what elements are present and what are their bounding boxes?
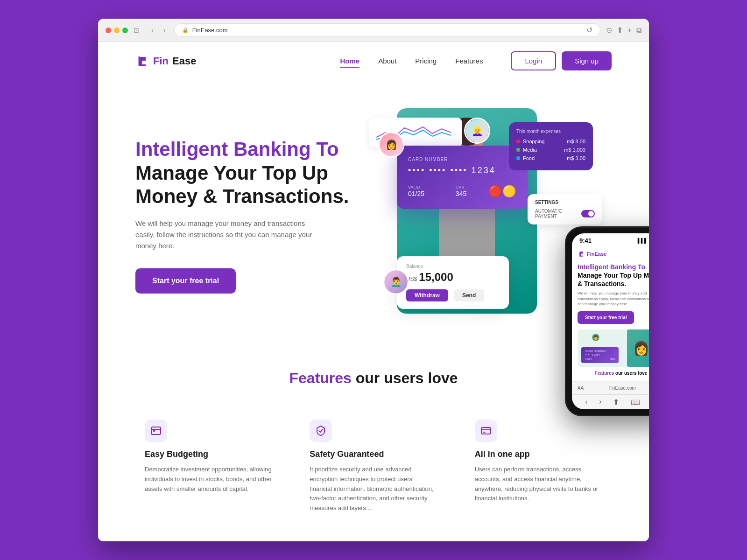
credit-card: CARD NUMBER •••• •••• •••• 1234 VALID 01…: [397, 146, 528, 209]
tabs-icon[interactable]: ⧉: [636, 26, 641, 35]
website-content: FinEase Home About Pricing Features Logi…: [98, 42, 649, 541]
card-number-label: CARD NUMBER: [408, 157, 516, 162]
expense-item-1: Shopping m$ 8.00: [516, 139, 585, 144]
feature-name-budgeting: Easy Budgeting: [145, 449, 272, 459]
balance-card: Balance US$ 15,000 Withdraw Send: [397, 256, 509, 309]
phone-navbar: FinEase ≡: [578, 250, 649, 258]
nav-home[interactable]: Home: [340, 57, 359, 65]
expense-amount-3: m$ 3.00: [567, 155, 585, 161]
phone-back-icon[interactable]: ‹: [585, 398, 587, 406]
expense-dot-1: [516, 140, 520, 143]
settings-row: AUTOMATIC PAYMENT: [535, 209, 595, 219]
hero-description: We will help you manage your money and t…: [135, 218, 313, 252]
toggle-switch[interactable]: [581, 210, 595, 217]
valid-label: VALID: [408, 185, 424, 189]
tab-icon: ⊡: [134, 27, 139, 34]
phone-forward-icon[interactable]: ›: [599, 398, 601, 406]
phone-content: FinEase ≡ Intelligent Banking To Manage …: [572, 246, 649, 381]
card-valid-field: VALID 01/25: [408, 185, 424, 198]
navbar: FinEase Home About Pricing Features Logi…: [98, 42, 649, 80]
nav-buttons: Login Sign up: [511, 51, 612, 70]
reload-button[interactable]: ↺: [586, 26, 592, 35]
feature-desc-budgeting: Democratize investment opportunities, al…: [145, 465, 272, 494]
feature-icon-budgeting: [145, 420, 167, 442]
signup-button[interactable]: Sign up: [562, 51, 612, 70]
nav-about[interactable]: About: [378, 57, 396, 65]
nav-features-link[interactable]: Features: [455, 57, 483, 65]
nav-features[interactable]: Features: [455, 57, 483, 65]
phone-logo-icon: [578, 250, 585, 258]
nav-about-link[interactable]: About: [378, 57, 396, 65]
nav-controls: ‹ ›: [148, 25, 169, 35]
expense-card: This month expenses Shopping m$ 8.00 Med…: [509, 122, 593, 170]
feature-card-allinone: All in one app Users can perform transac…: [465, 410, 612, 523]
feature-desc-allinone: Users can perform transactions, access a…: [475, 465, 602, 504]
withdraw-button[interactable]: Withdraw: [406, 289, 448, 301]
nav-home-link[interactable]: Home: [340, 57, 359, 68]
card-bottom: VALID 01/25 CVV 345 🔴🟡: [408, 185, 516, 198]
url-text: FinEase.com: [192, 27, 228, 34]
avatar-2: 👱‍♀️: [464, 118, 490, 144]
expense-name-2: Media: [516, 147, 537, 153]
logo: FinEase: [135, 54, 196, 68]
back-button[interactable]: ‹: [148, 25, 156, 35]
phone-bookmarks-icon[interactable]: 📖: [631, 398, 640, 406]
expense-name-3: Food: [516, 155, 535, 161]
tab-area: ⊡: [134, 27, 139, 34]
avatar-1: 👩: [378, 132, 404, 158]
cta-button[interactable]: Start your free trial: [135, 268, 236, 294]
expense-amount-1: m$ 8.00: [567, 139, 585, 144]
expense-amount-2: m$ 1,000: [564, 147, 585, 153]
features-grid: Easy Budgeting Democratize investment op…: [135, 410, 612, 523]
close-button[interactable]: [106, 28, 111, 33]
balance-actions: Withdraw Send: [406, 289, 500, 301]
mastercard-icon: 🔴🟡: [488, 185, 516, 198]
phone-mini-person: 👩: [627, 329, 649, 367]
browser-window: ⊡ ‹ › 🔒 FinEase.com ↺ ⊙ ⬆ + ⧉: [98, 19, 649, 541]
phone-logo-row: FinEase: [578, 250, 606, 258]
svg-rect-4: [481, 427, 491, 434]
phone-mini-avatar-1: 👩: [592, 333, 600, 342]
card-cvv-field: CVV 345: [456, 185, 466, 198]
address-bar[interactable]: 🔒 FinEase.com ↺: [174, 23, 600, 37]
share-icon[interactable]: ⊙: [606, 26, 612, 35]
phone-status-icons: ▌▌▌ 📶 🔋: [638, 238, 649, 243]
feature-card-budgeting: Easy Budgeting Democratize investment op…: [135, 410, 282, 523]
browser-toolbar: ⊡ ‹ › 🔒 FinEase.com ↺ ⊙ ⬆ + ⧉: [98, 19, 649, 42]
logo-ease: Ease: [172, 55, 196, 67]
phone-time: 9:41: [579, 237, 592, 244]
balance-label: Balance: [406, 264, 500, 269]
upload-icon[interactable]: ⬆: [617, 26, 623, 35]
phone-share-icon[interactable]: ⬆: [613, 398, 619, 406]
phone-cta-button[interactable]: Start your free trial: [578, 311, 634, 324]
minimize-button[interactable]: [114, 28, 120, 33]
features-title-purple: Features: [289, 370, 351, 386]
nav-pricing[interactable]: Pricing: [415, 57, 437, 65]
feature-name-allinone: All in one app: [475, 449, 602, 459]
login-button[interactable]: Login: [511, 51, 556, 70]
forward-button[interactable]: ›: [160, 25, 168, 35]
maximize-button[interactable]: [122, 28, 128, 33]
phone-text-size: AA: [578, 385, 584, 391]
phone-mini-valid: 01/25: [585, 358, 592, 361]
phone-hero-title: Intelligent Banking To Manage Your Top U…: [578, 263, 649, 288]
logo-icon: [135, 54, 149, 68]
add-tab-icon[interactable]: +: [627, 26, 632, 35]
feature-card-safety: Safety Guaranteed It prioritize security…: [300, 410, 446, 523]
nav-pricing-link[interactable]: Pricing: [415, 57, 437, 65]
send-button[interactable]: Send: [454, 289, 484, 301]
expense-name-1: Shopping: [516, 139, 545, 144]
nav-links: Home About Pricing Features: [340, 57, 483, 65]
hero-title-line2: Manage Your Top Up: [135, 162, 328, 184]
logo-fin: Fin: [153, 55, 169, 67]
balance-amount: 15,000: [419, 271, 453, 284]
expense-item-2: Media m$ 1,000: [516, 147, 585, 153]
svg-rect-6: [483, 432, 486, 433]
phone-hero-rest: Manage Your Top Up Money & Transactions.: [578, 272, 649, 287]
phone-hero-img: CARD NUMBER •••• 1234 01/25 345 Balance: [578, 329, 649, 367]
features-title-rest: our users love: [356, 370, 458, 386]
phone-features-label: Features our users love: [578, 371, 649, 376]
hero-wrapper: Intelligent Banking To Manage Your Top U…: [98, 80, 649, 342]
budget-icon: [150, 425, 162, 436]
settings-card: SETTINGS AUTOMATIC PAYMENT: [528, 194, 602, 224]
